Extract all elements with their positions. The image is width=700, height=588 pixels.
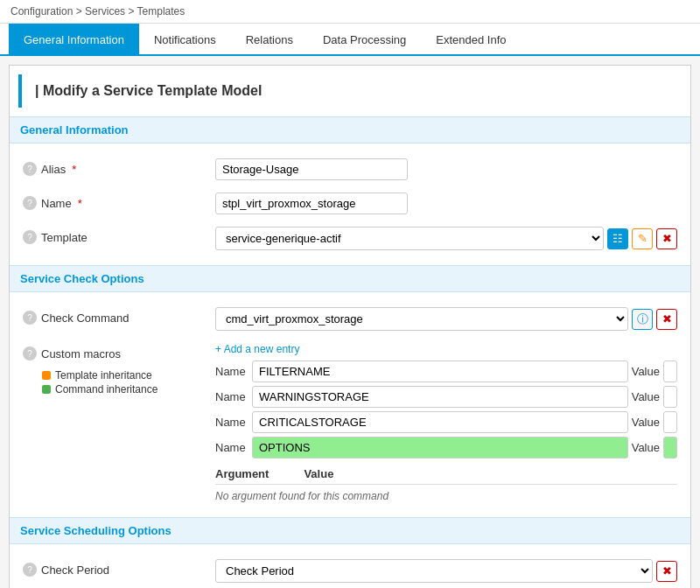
template-row: ? Template service-generique-actif ☷ ✎ ✖	[23, 220, 677, 256]
command-inheritance-dot	[42, 385, 51, 394]
section-scheduling-header: Service Scheduling Options	[10, 517, 690, 544]
custom-macros-help-icon[interactable]: ?	[23, 346, 37, 360]
check-command-help-icon[interactable]: ?	[23, 311, 37, 325]
page-title: | Modify a Service Template Model	[18, 74, 682, 108]
breadcrumb-services: Services	[85, 5, 125, 18]
tab-general-information[interactable]: General Information	[9, 24, 139, 56]
tabs-bar: General Information Notifications Relati…	[0, 24, 700, 56]
section-check-options-header: Service Check Options	[10, 265, 690, 292]
custom-macros-label-col: ? Custom macros Template inheritance Com…	[23, 343, 215, 397]
add-new-entry[interactable]: + Add a new entry	[215, 343, 677, 355]
command-inheritance-label: Command inheritance	[55, 383, 158, 396]
breadcrumb-templates: Templates	[137, 5, 186, 18]
page-container: | Modify a Service Template Model Genera…	[9, 65, 691, 588]
tab-notifications[interactable]: Notifications	[139, 24, 231, 56]
alias-label: ? Alias *	[23, 158, 215, 176]
check-command-remove-icon[interactable]: ✖	[656, 309, 677, 330]
macro-row-1: Name Value	[215, 386, 677, 408]
breadcrumb: Configuration > Services > Templates	[0, 0, 700, 24]
template-list-icon[interactable]: ☷	[607, 228, 628, 249]
name-required: *	[78, 197, 82, 210]
legend: Template inheritance Command inheritance	[42, 369, 158, 397]
check-command-label: ? Check Command	[23, 307, 215, 325]
template-inheritance-dot	[42, 371, 51, 380]
macro-name-2[interactable]	[252, 411, 628, 433]
alias-required: *	[72, 163, 76, 176]
check-command-info-icon[interactable]: ⓘ	[632, 309, 653, 330]
check-period-help-icon[interactable]: ?	[23, 563, 37, 577]
macro-name-1[interactable]	[252, 386, 628, 408]
name-control	[215, 192, 677, 214]
check-command-select-group: cmd_virt_proxmox_storage ⓘ ✖	[215, 307, 677, 331]
name-label: ? Name *	[23, 192, 215, 210]
section-general-info: ? Alias * ? Name * ? Template	[10, 144, 690, 265]
tab-data-processing[interactable]: Data Processing	[308, 24, 421, 56]
macro-value-3[interactable]	[663, 437, 677, 458]
template-remove-icon[interactable]: ✖	[656, 228, 677, 249]
check-command-control: cmd_virt_proxmox_storage ⓘ ✖	[215, 307, 677, 331]
macro-value-1[interactable]	[663, 386, 677, 408]
alias-input[interactable]	[215, 158, 408, 180]
name-input[interactable]	[215, 192, 408, 214]
tab-extended-info[interactable]: Extended Info	[421, 24, 521, 56]
name-help-icon[interactable]: ?	[23, 196, 37, 210]
template-label: ? Template	[23, 227, 215, 244]
template-select[interactable]: service-generique-actif	[215, 227, 604, 250]
args-section: Argument Value No argument found for thi…	[215, 464, 677, 502]
template-inheritance-label: Template inheritance	[55, 369, 152, 382]
alias-control	[215, 158, 677, 180]
check-command-select[interactable]: cmd_virt_proxmox_storage	[215, 307, 628, 331]
check-period-row: ? Check Period Check Period ✖	[23, 553, 677, 588]
macro-value-2[interactable]	[663, 411, 677, 433]
check-period-select-group: Check Period ✖	[215, 559, 677, 583]
template-select-group: service-generique-actif ☷ ✎ ✖	[215, 227, 677, 250]
check-period-remove-icon[interactable]: ✖	[656, 561, 677, 582]
check-period-control: Check Period ✖	[215, 559, 677, 583]
name-row: ? Name *	[23, 186, 677, 220]
args-column-value: Value	[304, 467, 333, 480]
alias-help-icon[interactable]: ?	[23, 162, 37, 176]
alias-row: ? Alias *	[23, 152, 677, 186]
section-check-options: ? Check Command cmd_virt_proxmox_storage…	[10, 292, 690, 517]
custom-macros-row: ? Custom macros Template inheritance Com…	[23, 337, 677, 508]
macro-value-0[interactable]	[663, 360, 677, 382]
breadcrumb-config: Configuration	[10, 5, 73, 18]
macro-name-3[interactable]	[252, 437, 628, 458]
macro-row-0: Name Value	[215, 360, 677, 382]
check-command-row: ? Check Command cmd_virt_proxmox_storage…	[23, 301, 677, 337]
section-scheduling: ? Check Period Check Period ✖ ? Max Chec…	[10, 544, 690, 588]
macro-name-0[interactable]	[252, 360, 628, 382]
macro-row-2: Name Value	[215, 411, 677, 433]
tab-relations[interactable]: Relations	[231, 24, 308, 56]
macros-control: + Add a new entry Name Value Name Value …	[215, 343, 677, 502]
template-control: service-generique-actif ☷ ✎ ✖	[215, 227, 677, 250]
args-empty-text: No argument found for this command	[215, 490, 677, 502]
macro-row-3: Name Value	[215, 437, 677, 458]
check-period-select[interactable]: Check Period	[215, 559, 653, 583]
template-help-icon[interactable]: ?	[23, 230, 37, 244]
section-general-info-header: General Information	[10, 116, 690, 144]
check-period-label: ? Check Period	[23, 559, 215, 577]
template-edit-icon[interactable]: ✎	[632, 228, 653, 249]
args-column-argument: Argument	[215, 467, 269, 480]
